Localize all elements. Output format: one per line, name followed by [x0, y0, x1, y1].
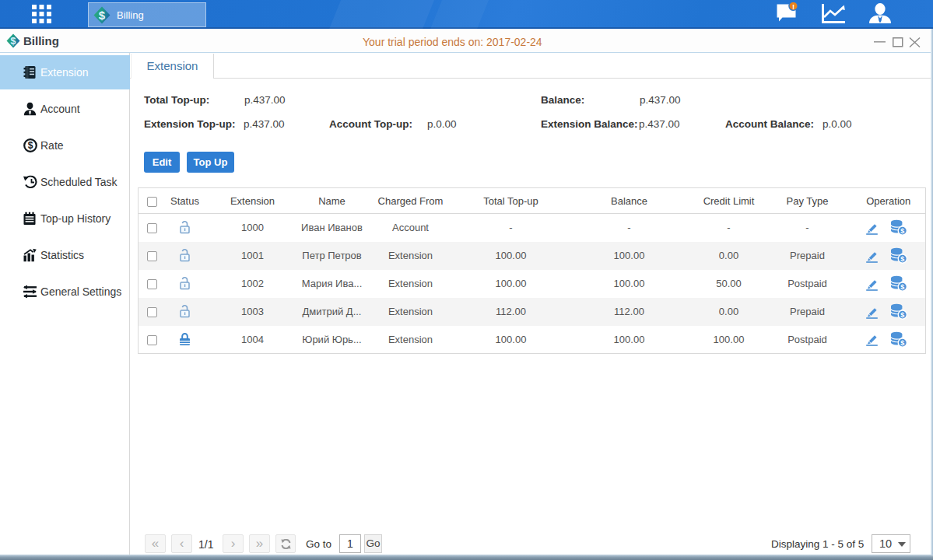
svg-text:$: $: [900, 227, 904, 235]
svg-text:$: $: [900, 311, 904, 319]
svg-text:$: $: [900, 283, 904, 291]
svg-text:$: $: [900, 255, 904, 263]
svg-text:$: $: [900, 339, 904, 347]
svg-text:!: !: [792, 2, 794, 11]
svg-text:$: $: [11, 36, 16, 47]
svg-text:$: $: [99, 9, 106, 22]
svg-text:$: $: [28, 140, 33, 151]
